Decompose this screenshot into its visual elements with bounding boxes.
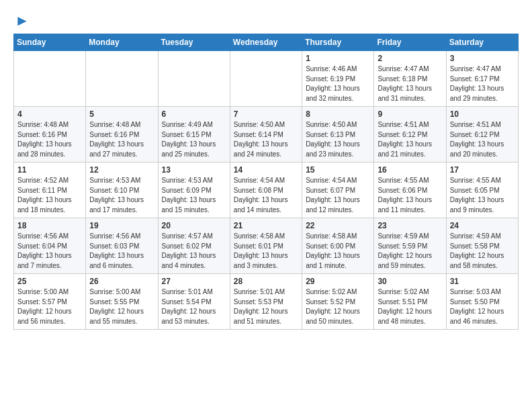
day-cell: 5Sunrise: 4:48 AMSunset: 6:16 PMDaylight… bbox=[86, 107, 158, 163]
day-cell: 4Sunrise: 4:48 AMSunset: 6:16 PMDaylight… bbox=[14, 107, 86, 163]
day-cell: 31Sunrise: 5:03 AMSunset: 5:50 PMDayligh… bbox=[446, 274, 518, 330]
day-info: Sunrise: 4:48 AMSunset: 6:16 PMDaylight:… bbox=[89, 120, 154, 159]
day-info: Sunrise: 4:57 AMSunset: 6:02 PMDaylight:… bbox=[162, 232, 226, 271]
day-number: 2 bbox=[378, 54, 442, 63]
day-info: Sunrise: 4:55 AMSunset: 6:05 PMDaylight:… bbox=[450, 176, 515, 215]
day-number: 1 bbox=[306, 54, 370, 63]
day-info: Sunrise: 4:59 AMSunset: 5:59 PMDaylight:… bbox=[378, 232, 442, 271]
day-cell: 14Sunrise: 4:54 AMSunset: 6:08 PMDayligh… bbox=[230, 163, 302, 218]
header: ► bbox=[13, 12, 519, 30]
day-number: 19 bbox=[89, 221, 154, 230]
day-number: 26 bbox=[89, 277, 154, 286]
week-row-5: 25Sunrise: 5:00 AMSunset: 5:57 PMDayligh… bbox=[14, 274, 519, 330]
day-number: 17 bbox=[450, 165, 515, 175]
day-number: 20 bbox=[162, 221, 226, 230]
column-header-saturday: Saturday bbox=[446, 34, 518, 51]
day-info: Sunrise: 4:47 AMSunset: 6:18 PMDaylight:… bbox=[378, 64, 442, 103]
day-cell bbox=[14, 51, 86, 107]
week-row-3: 11Sunrise: 4:52 AMSunset: 6:11 PMDayligh… bbox=[14, 163, 519, 218]
day-number: 27 bbox=[162, 277, 226, 286]
day-info: Sunrise: 5:03 AMSunset: 5:50 PMDaylight:… bbox=[450, 287, 515, 326]
day-info: Sunrise: 4:50 AMSunset: 6:13 PMDaylight:… bbox=[306, 120, 370, 159]
day-cell: 25Sunrise: 5:00 AMSunset: 5:57 PMDayligh… bbox=[14, 274, 86, 330]
day-cell: 1Sunrise: 4:46 AMSunset: 6:19 PMDaylight… bbox=[302, 51, 374, 107]
day-number: 3 bbox=[450, 54, 515, 63]
day-cell: 20Sunrise: 4:57 AMSunset: 6:02 PMDayligh… bbox=[158, 218, 230, 274]
day-cell: 23Sunrise: 4:59 AMSunset: 5:59 PMDayligh… bbox=[374, 218, 446, 274]
day-info: Sunrise: 5:00 AMSunset: 5:55 PMDaylight:… bbox=[89, 287, 154, 326]
day-info: Sunrise: 4:56 AMSunset: 6:04 PMDaylight:… bbox=[17, 232, 82, 271]
day-info: Sunrise: 5:00 AMSunset: 5:57 PMDaylight:… bbox=[17, 287, 82, 326]
day-number: 22 bbox=[306, 221, 370, 230]
day-cell: 15Sunrise: 4:54 AMSunset: 6:07 PMDayligh… bbox=[302, 163, 374, 218]
day-info: Sunrise: 4:58 AMSunset: 6:00 PMDaylight:… bbox=[306, 232, 370, 271]
day-cell: 30Sunrise: 5:02 AMSunset: 5:51 PMDayligh… bbox=[374, 274, 446, 330]
week-row-1: 1Sunrise: 4:46 AMSunset: 6:19 PMDaylight… bbox=[14, 51, 519, 107]
day-number: 24 bbox=[450, 221, 515, 230]
logo: ► bbox=[13, 12, 30, 30]
logo-icon: ► bbox=[15, 12, 30, 30]
column-header-wednesday: Wednesday bbox=[230, 34, 302, 51]
day-cell: 22Sunrise: 4:58 AMSunset: 6:00 PMDayligh… bbox=[302, 218, 374, 274]
day-cell: 3Sunrise: 4:47 AMSunset: 6:17 PMDaylight… bbox=[446, 51, 518, 107]
day-cell: 8Sunrise: 4:50 AMSunset: 6:13 PMDaylight… bbox=[302, 107, 374, 163]
calendar-table: SundayMondayTuesdayWednesdayThursdayFrid… bbox=[13, 34, 519, 330]
day-cell: 28Sunrise: 5:01 AMSunset: 5:53 PMDayligh… bbox=[230, 274, 302, 330]
calendar-page: ► SundayMondayTuesdayWednesdayThursdayFr… bbox=[0, 0, 532, 342]
day-number: 8 bbox=[306, 109, 370, 119]
day-cell: 12Sunrise: 4:53 AMSunset: 6:10 PMDayligh… bbox=[86, 163, 158, 218]
day-number: 5 bbox=[89, 109, 154, 119]
day-info: Sunrise: 4:53 AMSunset: 6:10 PMDaylight:… bbox=[89, 176, 154, 215]
day-number: 10 bbox=[450, 109, 515, 119]
day-number: 31 bbox=[450, 277, 515, 286]
day-cell: 10Sunrise: 4:51 AMSunset: 6:12 PMDayligh… bbox=[446, 107, 518, 163]
day-cell bbox=[158, 51, 230, 107]
day-info: Sunrise: 5:01 AMSunset: 5:53 PMDaylight:… bbox=[234, 287, 298, 326]
day-info: Sunrise: 5:02 AMSunset: 5:51 PMDaylight:… bbox=[378, 287, 442, 326]
day-number: 6 bbox=[162, 109, 226, 119]
day-info: Sunrise: 4:50 AMSunset: 6:14 PMDaylight:… bbox=[234, 120, 298, 159]
day-info: Sunrise: 4:53 AMSunset: 6:09 PMDaylight:… bbox=[162, 176, 226, 215]
day-info: Sunrise: 4:49 AMSunset: 6:15 PMDaylight:… bbox=[162, 120, 226, 159]
day-info: Sunrise: 4:51 AMSunset: 6:12 PMDaylight:… bbox=[378, 120, 442, 159]
column-header-sunday: Sunday bbox=[14, 34, 86, 51]
day-number: 12 bbox=[89, 165, 154, 175]
day-info: Sunrise: 4:51 AMSunset: 6:12 PMDaylight:… bbox=[450, 120, 515, 159]
day-cell: 27Sunrise: 5:01 AMSunset: 5:54 PMDayligh… bbox=[158, 274, 230, 330]
day-info: Sunrise: 4:46 AMSunset: 6:19 PMDaylight:… bbox=[306, 64, 370, 103]
day-cell: 18Sunrise: 4:56 AMSunset: 6:04 PMDayligh… bbox=[14, 218, 86, 274]
day-number: 29 bbox=[306, 277, 370, 286]
day-info: Sunrise: 4:55 AMSunset: 6:06 PMDaylight:… bbox=[378, 176, 442, 215]
day-number: 23 bbox=[378, 221, 442, 230]
day-number: 9 bbox=[378, 109, 442, 119]
column-header-tuesday: Tuesday bbox=[158, 34, 230, 51]
day-cell: 21Sunrise: 4:58 AMSunset: 6:01 PMDayligh… bbox=[230, 218, 302, 274]
day-number: 30 bbox=[378, 277, 442, 286]
day-info: Sunrise: 4:48 AMSunset: 6:16 PMDaylight:… bbox=[17, 120, 82, 159]
day-cell: 13Sunrise: 4:53 AMSunset: 6:09 PMDayligh… bbox=[158, 163, 230, 218]
column-header-thursday: Thursday bbox=[302, 34, 374, 51]
day-info: Sunrise: 4:54 AMSunset: 6:08 PMDaylight:… bbox=[234, 176, 298, 215]
header-row: SundayMondayTuesdayWednesdayThursdayFrid… bbox=[14, 34, 519, 51]
column-header-monday: Monday bbox=[86, 34, 158, 51]
day-cell: 26Sunrise: 5:00 AMSunset: 5:55 PMDayligh… bbox=[86, 274, 158, 330]
day-info: Sunrise: 4:59 AMSunset: 5:58 PMDaylight:… bbox=[450, 232, 515, 271]
day-number: 7 bbox=[234, 109, 298, 119]
day-info: Sunrise: 4:47 AMSunset: 6:17 PMDaylight:… bbox=[450, 64, 515, 103]
day-info: Sunrise: 5:02 AMSunset: 5:52 PMDaylight:… bbox=[306, 287, 370, 326]
day-cell: 17Sunrise: 4:55 AMSunset: 6:05 PMDayligh… bbox=[446, 163, 518, 218]
day-cell: 9Sunrise: 4:51 AMSunset: 6:12 PMDaylight… bbox=[374, 107, 446, 163]
day-number: 13 bbox=[162, 165, 226, 175]
day-cell bbox=[86, 51, 158, 107]
day-info: Sunrise: 5:01 AMSunset: 5:54 PMDaylight:… bbox=[162, 287, 226, 326]
day-cell: 29Sunrise: 5:02 AMSunset: 5:52 PMDayligh… bbox=[302, 274, 374, 330]
day-info: Sunrise: 4:52 AMSunset: 6:11 PMDaylight:… bbox=[17, 176, 82, 215]
day-number: 25 bbox=[17, 277, 82, 286]
day-number: 11 bbox=[17, 165, 82, 175]
day-cell: 6Sunrise: 4:49 AMSunset: 6:15 PMDaylight… bbox=[158, 107, 230, 163]
day-number: 16 bbox=[378, 165, 442, 175]
day-number: 14 bbox=[234, 165, 298, 175]
day-number: 18 bbox=[17, 221, 82, 230]
day-cell: 24Sunrise: 4:59 AMSunset: 5:58 PMDayligh… bbox=[446, 218, 518, 274]
day-info: Sunrise: 4:56 AMSunset: 6:03 PMDaylight:… bbox=[89, 232, 154, 271]
